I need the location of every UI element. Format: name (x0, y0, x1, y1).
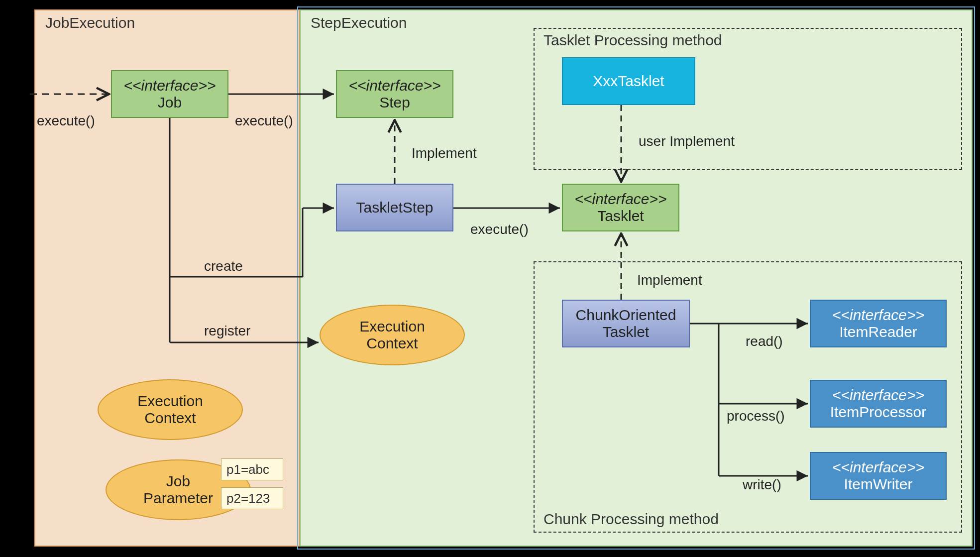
note-p2: p2=123 (221, 487, 283, 509)
xxx-tasklet-name: XxxTasklet (593, 73, 664, 90)
box-item-reader: <<interface>> ItemReader (810, 300, 947, 347)
execctx2-line2: Context (144, 410, 196, 427)
box-step-interface: <<interface>> Step (336, 70, 453, 118)
label-read: read() (746, 334, 783, 349)
label-process: process() (727, 408, 785, 424)
tasklet-name: Tasklet (597, 208, 644, 225)
box-item-processor: <<interface>> ItemProcessor (810, 380, 947, 428)
label-implement-step: Implement (412, 145, 477, 161)
item-writer-name: ItemWriter (844, 476, 913, 493)
job-stereo: <<interface>> (123, 77, 216, 95)
item-writer-stereo: <<interface>> (832, 459, 924, 476)
region-title-job-execution: JobExecution (45, 14, 135, 31)
ellipse-execution-context-step: Execution Context (320, 305, 465, 365)
step-stereo: <<interface>> (348, 77, 440, 95)
execctx2-line1: Execution (137, 393, 203, 410)
diagram-canvas: JobExecution StepExecution Tasklet Proce… (0, 0, 980, 557)
item-processor-name: ItemProcessor (830, 404, 926, 421)
label-execute-tasklet: execute() (470, 222, 529, 237)
tasklet-step-name: TaskletStep (356, 199, 433, 217)
box-xxx-tasklet: XxxTasklet (562, 57, 695, 105)
item-processor-stereo: <<interface>> (832, 387, 924, 404)
region-title-chunk-method: Chunk Processing method (544, 511, 719, 528)
item-reader-name: ItemReader (839, 324, 917, 341)
box-chunk-oriented-tasklet: ChunkOriented Tasklet (562, 300, 690, 347)
chunk-tasklet-line2: Tasklet (603, 324, 649, 341)
job-name: Job (158, 94, 182, 111)
tasklet-stereo: <<interface>> (574, 191, 666, 208)
label-create: create (204, 258, 243, 274)
label-implement-tasklet: Implement (637, 272, 702, 288)
step-name: Step (379, 94, 410, 111)
label-execute-step: execute() (235, 113, 293, 129)
item-reader-stereo: <<interface>> (832, 307, 924, 324)
box-job-interface: <<interface>> Job (111, 70, 228, 118)
execctx1-line2: Context (366, 335, 418, 352)
label-execute-job: execute() (37, 113, 95, 129)
jobparam-line1: Job (166, 473, 190, 490)
region-title-tasklet-method: Tasklet Processing method (544, 32, 722, 49)
note-p1: p1=abc (221, 458, 283, 480)
box-tasklet-step: TaskletStep (336, 184, 453, 231)
label-user-implement: user Implement (639, 133, 735, 149)
box-tasklet-interface: <<interface>> Tasklet (562, 184, 679, 231)
ellipse-execution-context-job: Execution Context (98, 379, 243, 440)
execctx1-line1: Execution (359, 318, 425, 335)
chunk-tasklet-line1: ChunkOriented (576, 307, 676, 324)
box-item-writer: <<interface>> ItemWriter (810, 452, 947, 500)
label-register: register (204, 323, 250, 339)
region-title-step-execution: StepExecution (311, 14, 407, 31)
jobparam-line2: Parameter (143, 490, 213, 507)
label-write: write() (743, 477, 781, 493)
